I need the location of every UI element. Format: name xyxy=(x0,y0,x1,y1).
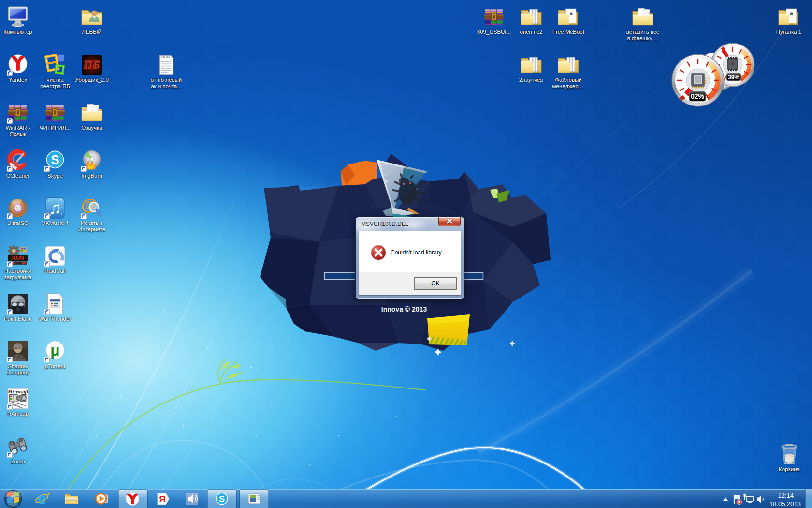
svg-text:e: e xyxy=(38,490,46,508)
svg-text:12:14: 12:14 xyxy=(778,492,794,499)
svg-text:Я: Я xyxy=(159,494,166,504)
svg-text:39%: 39% xyxy=(728,74,740,81)
svg-text:Innova © 2013: Innova © 2013 xyxy=(381,305,427,313)
svg-text:S: S xyxy=(219,494,225,504)
svg-text:02%: 02% xyxy=(691,92,705,100)
svg-text:18.05.2013: 18.05.2013 xyxy=(769,500,801,508)
